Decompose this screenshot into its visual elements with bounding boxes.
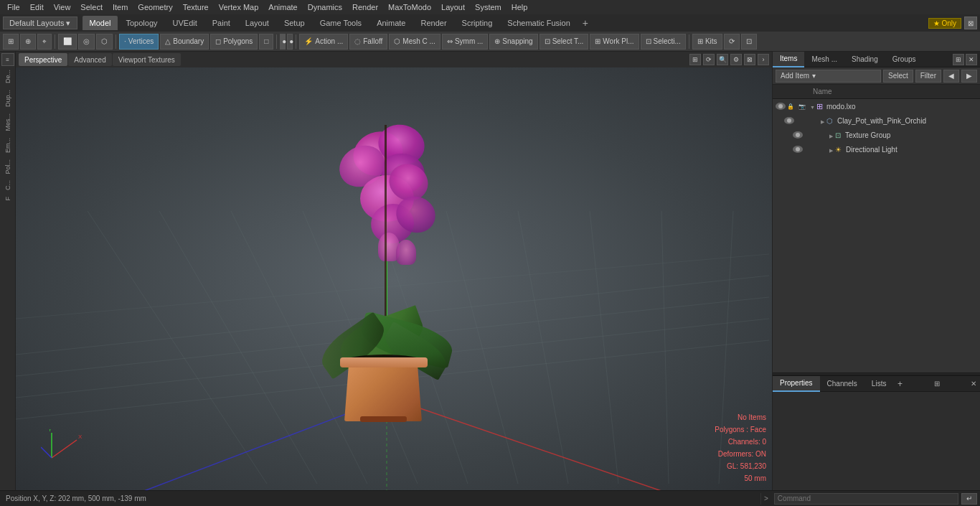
layout-icon-btn2[interactable]: ⊡ <box>741 34 757 50</box>
sidebar-label-f[interactable]: F <box>3 194 13 204</box>
default-layouts-dropdown[interactable]: Default Layouts ▾ <box>3 17 77 29</box>
command-run-btn[interactable]: ↵ <box>961 493 977 505</box>
rpanel-expand-btn[interactable]: ⊞ <box>953 54 964 65</box>
menu-help[interactable]: Help <box>507 1 532 13</box>
polygon-shape-btn[interactable]: ⬡ <box>96 34 113 50</box>
menu-view[interactable]: View <box>50 1 75 13</box>
item-row-modo-lxo[interactable]: 🔒 📷 ⊞ modo.lxo <box>773 99 980 113</box>
sidebar-label-de[interactable]: De... <box>3 67 13 86</box>
dot2-btn[interactable]: ● <box>287 34 293 50</box>
falloff-btn[interactable]: ◌ Falloff <box>349 34 387 50</box>
toggle-btn[interactable]: ⊞ <box>3 34 19 50</box>
menu-maxtomodo[interactable]: MaxToModo <box>384 1 435 13</box>
item-row-texture-group[interactable]: ⊡ Texture Group <box>773 128 980 142</box>
prop-collapse-icon[interactable]: ✕ <box>967 378 980 390</box>
item-vis-clay-pot[interactable] <box>784 117 794 124</box>
mode-btn[interactable]: □ <box>259 34 273 50</box>
menu-edit[interactable]: Edit <box>26 1 48 13</box>
layout-expand-btn[interactable]: ⊠ <box>964 17 977 29</box>
refresh-btn[interactable]: ⟳ <box>724 34 740 50</box>
prop-tab-properties[interactable]: Properties <box>773 376 820 392</box>
expand-texture-group[interactable] <box>829 131 833 139</box>
sidebar-label-mes[interactable]: Mes... <box>3 111 13 134</box>
collapse-btn[interactable]: ◀ <box>943 70 959 83</box>
vp-ctrl-rotate[interactable]: ⟳ <box>703 54 715 65</box>
rpanel-tab-mesh[interactable]: Mesh ... <box>804 52 844 67</box>
vp-ctrl-home[interactable]: ⊞ <box>689 54 701 65</box>
tab-layout[interactable]: Layout <box>238 16 276 30</box>
sidebar-label-em[interactable]: Em... <box>3 135 13 156</box>
tab-uvedit[interactable]: UVEdit <box>166 16 204 30</box>
menu-vertex-map[interactable]: Vertex Map <box>215 1 263 13</box>
vp-ctrl-chevron[interactable]: › <box>758 54 769 65</box>
tab-schematic-fusion[interactable]: Schematic Fusion <box>500 16 577 30</box>
menu-animate[interactable]: Animate <box>264 1 301 13</box>
menu-file[interactable]: File <box>3 1 24 13</box>
sidebar-toggle-btn[interactable]: ≡ <box>1 53 14 66</box>
rpanel-close-btn[interactable]: ✕ <box>966 54 977 65</box>
dot1-btn[interactable]: ● <box>280 34 286 50</box>
prop-tab-lists[interactable]: Lists <box>864 376 894 392</box>
tab-setup[interactable]: Setup <box>277 16 312 30</box>
rpanel-tab-items[interactable]: Items <box>773 52 804 67</box>
vp-ctrl-zoom[interactable]: 🔍 <box>717 54 728 65</box>
tab-model[interactable]: Model <box>83 16 118 30</box>
expand-modo-lxo[interactable] <box>810 102 815 111</box>
mesh-constraint-btn[interactable]: ⬡ Mesh C ... <box>389 34 440 50</box>
item-row-dir-light[interactable]: ☀ Directional Light <box>773 142 980 156</box>
menu-system[interactable]: System <box>471 1 506 13</box>
menu-geometry[interactable]: Geometry <box>133 1 176 13</box>
prop-expand-icon[interactable]: ⊞ <box>930 378 943 390</box>
item-vis-modo-lxo[interactable] <box>776 103 786 110</box>
expand-dir-light[interactable] <box>829 145 833 154</box>
action-center-btn[interactable]: ⌖ <box>37 34 52 50</box>
sidebar-label-pol[interactable]: Pol... <box>3 156 13 177</box>
item-row-clay-pot[interactable]: ⬡ Clay_Pot_with_Pink_Orchid <box>773 113 980 128</box>
vp-ctrl-settings[interactable]: ⚙ <box>730 54 742 65</box>
rotate-btn[interactable]: ◎ <box>78 34 95 50</box>
menu-layout[interactable]: Layout <box>437 1 469 13</box>
transform-btn[interactable]: ⬜ <box>58 34 77 50</box>
viewport-tab-advanced[interactable]: Advanced <box>68 53 111 66</box>
tab-topology[interactable]: Topology <box>118 16 164 30</box>
menu-dynamics[interactable]: Dynamics <box>303 1 347 13</box>
tab-animate[interactable]: Animate <box>369 16 413 30</box>
viewport-canvas[interactable]: X Y Z No Items Polygons : Face Channels:… <box>16 67 772 490</box>
rpanel-tab-groups[interactable]: Groups <box>885 52 923 67</box>
command-input[interactable] <box>774 493 958 505</box>
add-layout-tab-btn[interactable]: + <box>578 16 593 30</box>
tab-paint[interactable]: Paint <box>205 16 237 30</box>
action-btn[interactable]: ⚡ Action ... <box>299 34 348 50</box>
filter-btn[interactable]: Filter <box>915 70 941 83</box>
menu-render[interactable]: Render <box>348 1 382 13</box>
item-vis-texture-group[interactable] <box>793 131 803 139</box>
sidebar-label-c[interactable]: C... <box>3 177 13 193</box>
prop-tab-add-btn[interactable]: + <box>893 378 906 390</box>
sidebar-label-dup[interactable]: Dup... <box>3 87 13 110</box>
rpanel-tab-shading[interactable]: Shading <box>844 52 885 67</box>
menu-texture[interactable]: Texture <box>179 1 213 13</box>
add-item-btn[interactable]: Add Item ▾ <box>776 70 881 83</box>
viewport-tab-perspective[interactable]: Perspective <box>19 53 67 66</box>
boundary-btn[interactable]: △ Boundary <box>160 34 209 50</box>
world-btn[interactable]: ⊕ <box>20 34 36 50</box>
tab-game-tools[interactable]: Game Tools <box>313 16 369 30</box>
work-plane-btn[interactable]: ⊞ Work Pl... <box>590 34 639 50</box>
item-vis-dir-light[interactable] <box>793 146 803 153</box>
symmetry-btn[interactable]: ⇔ Symm ... <box>442 34 488 50</box>
vp-ctrl-expand[interactable]: ⊠ <box>744 54 755 65</box>
tab-scripting[interactable]: Scripting <box>455 16 500 30</box>
tab-render[interactable]: Render <box>413 16 453 30</box>
items-expand-btn[interactable]: ▶ <box>961 70 977 83</box>
expand-clay-pot[interactable] <box>821 116 824 125</box>
snapping-btn[interactable]: ⊕ Snapping <box>489 34 537 50</box>
menu-item[interactable]: Item <box>108 1 132 13</box>
polygons-btn[interactable]: ◻ Polygons <box>210 34 258 50</box>
menu-select[interactable]: Select <box>76 1 107 13</box>
prop-tab-channels[interactable]: Channels <box>820 376 864 392</box>
select-type-btn[interactable]: ⊡ Select T... <box>540 34 589 50</box>
selection-btn[interactable]: ⊡ Selecti... <box>641 34 686 50</box>
vertices-btn[interactable]: · Vertices <box>119 34 159 50</box>
kits-btn[interactable]: ⊞ Kits <box>692 34 722 50</box>
viewport-tab-textures[interactable]: Viewport Textures <box>113 53 181 66</box>
